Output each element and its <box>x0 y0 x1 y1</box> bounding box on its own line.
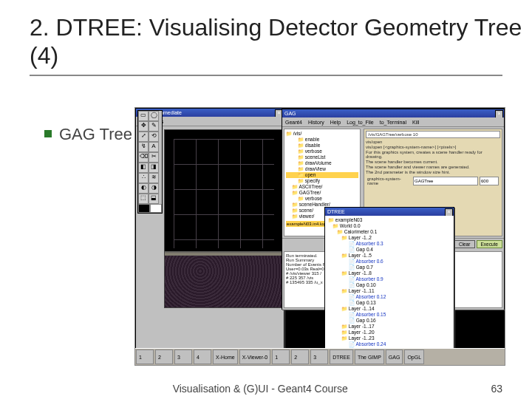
tool-icon[interactable]: ▭ <box>138 111 149 121</box>
tree-item[interactable]: sceneList <box>286 154 358 160</box>
slide-title: 2. DTREE: Visualising Detector Geometry … <box>0 0 532 70</box>
help-line: The scene handler becomes current. <box>366 160 500 164</box>
taskbar-button[interactable]: 2 <box>155 349 173 364</box>
help-line: The 2nd parameter is the window size hin… <box>366 170 500 174</box>
page-number: 63 <box>491 383 502 395</box>
execute-button[interactable]: Execute <box>477 240 503 248</box>
dtree-item[interactable]: 📁 Calorimeter 0.1 <box>327 229 452 235</box>
tool-icon[interactable]: ✂ <box>149 152 159 163</box>
menu-history[interactable]: History <box>308 120 324 125</box>
dtree-item[interactable]: 📄 Gap 0.7 <box>327 265 452 270</box>
tree-item[interactable]: open <box>286 172 358 178</box>
menu-log_to_file[interactable]: Log_to_File <box>347 120 374 125</box>
detector-grid <box>174 139 274 248</box>
tool-icon[interactable]: ◐ <box>138 183 149 194</box>
tree-item[interactable]: GAGTree/ <box>286 190 358 196</box>
tree-item[interactable]: disable <box>286 143 358 149</box>
taskbar-button[interactable]: 3 <box>310 349 328 364</box>
tool-icon[interactable]: ◑ <box>149 183 159 194</box>
dtree-titlebar: DTREE × <box>325 208 454 216</box>
tree-item[interactable]: specify <box>286 178 358 184</box>
taskbar-button[interactable]: 3 <box>174 349 192 364</box>
dtree-item[interactable]: 📁 World 0.0 <box>327 223 452 229</box>
dtree-item[interactable]: 📁 Layer -1..8 <box>327 270 452 276</box>
tree-item[interactable]: drawVolume <box>286 160 358 166</box>
dtree-item[interactable]: 📁 Layer -1..17 <box>327 324 452 330</box>
dtree-item[interactable]: 📄 Absorber 0.12 <box>327 294 452 300</box>
taskbar-button[interactable]: 1 <box>136 349 154 364</box>
taskbar-button[interactable]: X-Home <box>213 349 238 364</box>
tool-icon[interactable]: ∴ <box>138 173 149 183</box>
tool-icon[interactable]: ⌫ <box>138 152 149 163</box>
clear-button[interactable]: Clear <box>454 240 475 248</box>
taskbar-button[interactable]: OpGL <box>404 349 424 364</box>
help-line: The scene handler and viewer names are g… <box>366 165 500 169</box>
menu-kill[interactable]: Kill <box>412 120 419 125</box>
menu-geant4[interactable]: Geant4 <box>285 120 302 125</box>
gimp-tool-palette[interactable]: ▭◯ ✥✎ ⤢⟲ ↯A ⌫✂ ◧◨ ∴≋ ◐◑ ⬚⬓ <box>137 110 163 214</box>
close-icon[interactable]: × <box>445 208 453 216</box>
dtree-list[interactable]: 📁 exampleN03📁 World 0.0📁 Calorimeter 0.1… <box>325 216 454 351</box>
tree-item[interactable]: ASCIITree/ <box>286 184 358 190</box>
dtree-item[interactable]: 📄 Absorber 0.24 <box>327 341 452 347</box>
dtree-item[interactable]: 📄 Absorber 0.15 <box>327 312 452 318</box>
taskbar-button[interactable]: DTREE <box>330 349 353 364</box>
tool-icon[interactable]: ⬚ <box>138 194 149 204</box>
tool-icon[interactable]: ↯ <box>138 142 149 152</box>
help-line: For this graphics system, creates a scen… <box>366 150 500 159</box>
param-input-2[interactable] <box>480 177 499 185</box>
taskbar-button[interactable]: 1 <box>272 349 290 364</box>
terrain-texture <box>165 256 283 307</box>
taskbar-button[interactable]: The GIMP <box>355 349 384 364</box>
tree-item[interactable]: drawView <box>286 166 358 172</box>
bullet-icon <box>44 130 52 137</box>
tool-icon[interactable]: ⬓ <box>149 194 159 204</box>
dtree-item[interactable]: 📁 Layer -1..14 <box>327 306 452 312</box>
tool-icon[interactable]: ⤢ <box>138 132 149 142</box>
close-icon[interactable]: × <box>495 110 503 117</box>
dtree-item[interactable]: 📄 Absorber 0.9 <box>327 276 452 282</box>
tool-icon[interactable]: A <box>149 142 159 152</box>
menu-to_terminal[interactable]: to_Terminal <box>380 120 406 125</box>
tool-icon[interactable]: ⟲ <box>149 132 159 142</box>
swatch-white[interactable] <box>150 204 162 213</box>
title-rule <box>30 75 502 76</box>
gag-path-field[interactable]: /vis/GAGTree/verbose 10 <box>366 131 500 138</box>
tree-item[interactable]: verbose <box>286 149 358 154</box>
dtree-item[interactable]: 📁 Layer -1..2 <box>327 235 452 241</box>
tool-icon[interactable]: ◧ <box>138 163 149 173</box>
dtree-item[interactable]: 📁 exampleN03 <box>327 217 452 223</box>
desktop-taskbar[interactable]: 1234X-HomeX-Viewer-0123DTREEThe GIMPGAGO… <box>135 348 505 365</box>
dtree-item[interactable]: 📄 Absorber 0.6 <box>327 259 452 265</box>
swatch-black[interactable] <box>138 204 150 213</box>
gag-titlebar: GAG × <box>282 109 504 117</box>
taskbar-button[interactable]: GAG <box>386 349 403 364</box>
dtree-item[interactable]: 📄 Gap 0.16 <box>327 318 452 324</box>
param-input-1[interactable] <box>413 177 478 185</box>
tree-root[interactable]: /vis/ <box>286 131 358 137</box>
tool-icon[interactable]: ◯ <box>149 111 159 121</box>
footer-caption: Visualisation & (G)UI - Geant4 Course <box>173 383 348 395</box>
tree-item[interactable]: enable <box>286 137 358 143</box>
menu-help[interactable]: Help <box>330 120 341 125</box>
help-line: vis/open <box>366 140 500 144</box>
dtree-item[interactable]: 📁 Layer -1..20 <box>327 330 452 335</box>
taskbar-button[interactable]: X-Viewer-0 <box>239 349 271 364</box>
tool-icon[interactable]: ◨ <box>149 163 159 173</box>
tool-icon[interactable]: ✎ <box>149 121 159 132</box>
taskbar-button[interactable]: 2 <box>291 349 309 364</box>
tool-icon[interactable]: ✥ <box>138 121 149 132</box>
dtree-item[interactable]: 📁 Layer -1..5 <box>327 253 452 259</box>
embedded-desktop: openGL immediate × File Xtns ▭◯ ✥✎ ⤢⟲ ↯A… <box>134 107 505 366</box>
dtree-item[interactable]: 📄 Gap 0.4 <box>327 247 452 253</box>
dtree-item[interactable]: 📁 Layer -1..11 <box>327 288 452 294</box>
tree-item[interactable]: verbose <box>286 196 358 202</box>
tool-icon[interactable]: ≋ <box>149 173 159 183</box>
opengl-viewport <box>164 129 284 308</box>
taskbar-button[interactable]: 4 <box>194 349 211 364</box>
dtree-item[interactable]: 📁 Layer -1..23 <box>327 335 452 341</box>
dtree-item[interactable]: 📄 Absorber 0.3 <box>327 241 452 247</box>
dtree-item[interactable]: 📄 Gap 0.10 <box>327 282 452 288</box>
gag-menubar[interactable]: Geant4HistoryHelpLog_to_Fileto_TerminalK… <box>282 117 504 127</box>
dtree-item[interactable]: 📄 Gap 0.13 <box>327 300 452 306</box>
